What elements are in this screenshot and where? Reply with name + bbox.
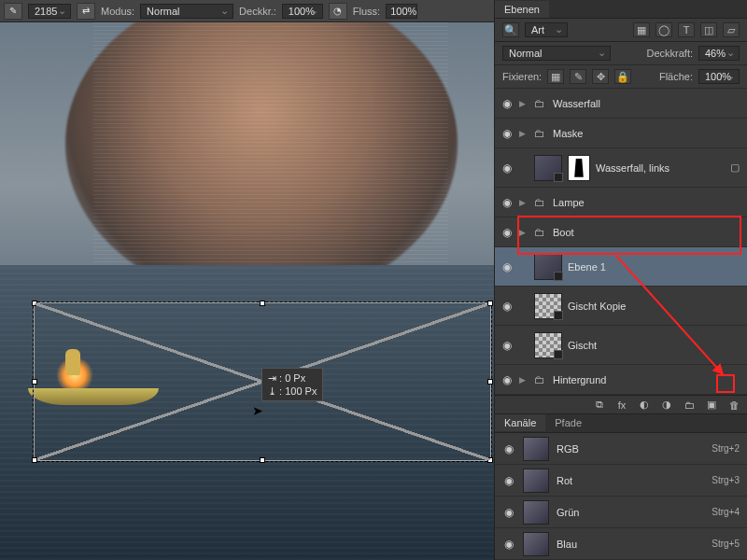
folder-icon: 🗀	[534, 373, 547, 386]
layer-filter-row: 🔍 Art ▦ ◯ T ◫ ▱	[495, 19, 747, 42]
eye-icon[interactable]: ◉	[502, 538, 515, 551]
folder-icon: 🗀	[534, 196, 547, 209]
lock-image-icon[interactable]: ✎	[570, 69, 586, 84]
mode-label: Modus:	[101, 6, 134, 17]
folder-icon: 🗀	[534, 97, 547, 110]
channel-shortcut: Strg+4	[712, 507, 740, 517]
channel-shortcut: Strg+3	[712, 475, 740, 485]
eye-icon[interactable]: ◉	[500, 226, 514, 239]
channel-name: RGB	[557, 443, 579, 455]
layer-group-wasserfall[interactable]: ◉ ▶ 🗀 Wasserfall	[495, 89, 747, 119]
eye-icon[interactable]: ◉	[500, 97, 514, 110]
eye-icon[interactable]: ◉	[500, 196, 514, 209]
channel-rgb[interactable]: ◉ RGB Strg+2	[495, 433, 747, 465]
expand-icon[interactable]: ▶	[519, 99, 529, 108]
delete-layer-icon[interactable]: 🗑	[726, 398, 741, 413]
expand-icon[interactable]: ▶	[519, 375, 529, 385]
lock-fill-row: Fixieren: ▦ ✎ ✥ 🔒 Fläche: 100%	[495, 65, 747, 89]
eye-icon[interactable]: ◉	[500, 339, 514, 352]
eye-icon[interactable]: ◉	[500, 373, 514, 386]
folder-icon: 🗀	[534, 127, 547, 140]
expand-icon[interactable]: ▶	[519, 198, 529, 207]
smart-filter-icon[interactable]: ▢	[726, 161, 743, 175]
layer-name: Lampe	[553, 197, 585, 208]
layer-blend-dropdown[interactable]: Normal	[502, 46, 611, 61]
channels-tabbar: Kanäle Pfade	[495, 414, 747, 433]
cursor-icon: ➤	[252, 403, 263, 418]
opacity-label: Deckkr.:	[239, 6, 276, 17]
eye-icon[interactable]: ◉	[500, 127, 514, 140]
fx-icon[interactable]: fx	[614, 398, 629, 413]
layer-thumbnail[interactable]	[534, 293, 562, 319]
flow-field[interactable]: 100%	[386, 4, 417, 19]
blend-opacity-row: Normal Deckkraft: 46%	[495, 42, 747, 65]
mask-thumbnail[interactable]	[568, 155, 590, 181]
adjustment-icon[interactable]: ◑	[659, 398, 674, 413]
link-layers-icon[interactable]: ⧉	[592, 398, 607, 413]
layers-tabbar: Ebenen	[495, 0, 747, 19]
layer-thumbnail[interactable]	[534, 155, 562, 181]
layer-gischt[interactable]: ◉ Gischt	[495, 326, 747, 365]
layer-group-maske[interactable]: ◉ ▶ 🗀 Maske	[495, 119, 747, 148]
layer-name: Boot	[553, 227, 574, 238]
eye-icon[interactable]: ◉	[502, 442, 515, 455]
opacity-field[interactable]: 100%	[282, 4, 323, 19]
search-icon[interactable]: 🔍	[502, 22, 519, 37]
fill-label: Fläche:	[659, 71, 693, 82]
channel-shortcut: Strg+2	[712, 443, 740, 454]
layer-name: Hintergrund	[553, 374, 606, 385]
expand-icon[interactable]: ▶	[519, 129, 529, 138]
group-icon[interactable]: 🗀	[682, 398, 697, 413]
layer-opacity-label: Deckkraft:	[646, 48, 693, 59]
channel-thumbnail	[523, 437, 549, 461]
lock-transparent-icon[interactable]: ▦	[547, 69, 564, 84]
blend-mode-dropdown[interactable]: Normal	[140, 4, 233, 19]
layer-thumbnail[interactable]	[534, 254, 562, 280]
channel-shortcut: Strg+5	[712, 539, 740, 549]
filter-kind-dropdown[interactable]: Art	[525, 22, 568, 37]
layer-ebene-1[interactable]: ◉ Ebene 1	[495, 247, 747, 287]
tab-paths[interactable]: Pfade	[545, 414, 591, 431]
filter-shape-icon[interactable]: ◫	[700, 22, 717, 37]
channel-name: Grün	[557, 507, 579, 518]
layer-name: Gischt	[568, 340, 597, 351]
channel-gruen[interactable]: ◉ Grün Strg+4	[495, 497, 747, 528]
canvas[interactable]: ⇥ : 0 Px ⤓ : 100 Px ➤	[0, 22, 494, 560]
layer-group-boot[interactable]: ◉ ▶ 🗀 Boot	[495, 217, 747, 247]
brush-icon[interactable]: ✎	[4, 3, 22, 20]
expand-icon[interactable]: ▶	[519, 228, 529, 237]
layer-wasserfall-links[interactable]: ◉ Wasserfall, links ▢	[495, 148, 747, 188]
eye-icon[interactable]: ◉	[500, 260, 514, 273]
channel-rot[interactable]: ◉ Rot Strg+3	[495, 465, 747, 497]
new-layer-icon[interactable]: ▣	[704, 398, 719, 413]
add-mask-icon[interactable]: ◐	[637, 398, 652, 413]
brush-panel-icon[interactable]: ⇄	[77, 3, 95, 20]
layer-name: Gischt Kopie	[568, 301, 626, 312]
eye-icon[interactable]: ◉	[502, 506, 515, 519]
layer-opacity-field[interactable]: 46%	[698, 46, 740, 61]
layer-group-lampe[interactable]: ◉ ▶ 🗀 Lampe	[495, 188, 747, 217]
eye-icon[interactable]: ◉	[500, 300, 514, 313]
channel-thumbnail	[523, 469, 549, 493]
layer-name: Wasserfall, links	[596, 162, 669, 174]
eye-icon[interactable]: ◉	[500, 161, 514, 175]
layer-thumbnail[interactable]	[534, 332, 562, 358]
filter-text-icon[interactable]: T	[678, 22, 695, 37]
airbrush-icon[interactable]: ◔	[329, 3, 347, 20]
filter-pixel-icon[interactable]: ▦	[633, 22, 650, 37]
fill-field[interactable]: 100%	[698, 69, 740, 84]
filter-smart-icon[interactable]: ▱	[723, 22, 740, 37]
lock-position-icon[interactable]: ✥	[592, 69, 609, 84]
channel-thumbnail	[523, 500, 549, 525]
lock-all-icon[interactable]: 🔒	[614, 69, 631, 84]
layer-name: Wasserfall	[553, 98, 600, 109]
tab-channels[interactable]: Kanäle	[495, 414, 545, 431]
eye-icon[interactable]: ◉	[502, 474, 515, 487]
tab-layers[interactable]: Ebenen	[495, 1, 549, 18]
channel-thumbnail	[523, 532, 549, 556]
channel-blau[interactable]: ◉ Blau Strg+5	[495, 528, 747, 560]
filter-adjust-icon[interactable]: ◯	[655, 22, 672, 37]
brush-size-dropdown[interactable]: 2185	[28, 4, 71, 19]
layer-gischt-kopie[interactable]: ◉ Gischt Kopie	[495, 287, 747, 326]
layer-group-hintergrund[interactable]: ◉ ▶ 🗀 Hintergrund	[495, 365, 747, 395]
